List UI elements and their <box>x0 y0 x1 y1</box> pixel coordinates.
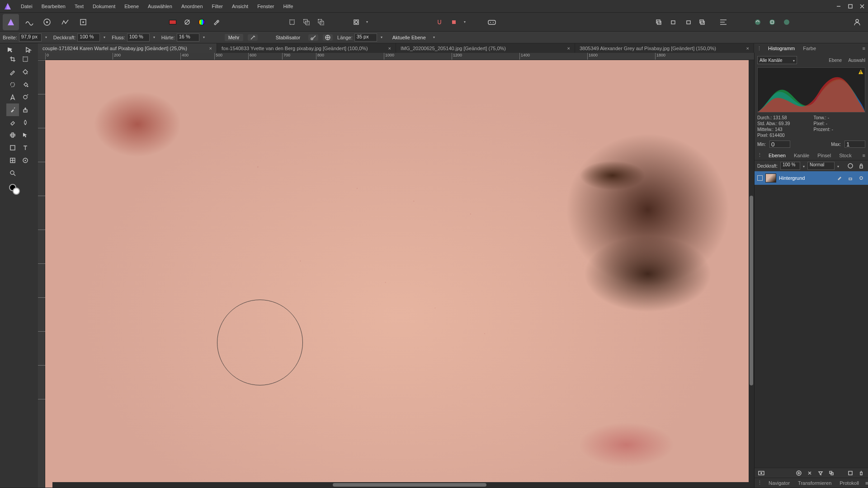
arrange-back[interactable] <box>653 16 665 28</box>
canvas[interactable] <box>45 60 754 488</box>
layer-lock-icon[interactable] <box>846 174 854 182</box>
fill-tool[interactable] <box>19 78 32 91</box>
wet-edges-icon[interactable] <box>248 34 258 41</box>
zoom-tool[interactable] <box>6 167 19 179</box>
add-group-btn[interactable] <box>827 469 835 477</box>
snap-drop[interactable] <box>462 18 467 26</box>
channel-select[interactable]: Alle Kanäle <box>757 56 797 64</box>
tab-kanaele[interactable]: Kanäle <box>792 153 811 158</box>
menu-auswaehlen[interactable]: Auswählen <box>143 0 177 13</box>
persona-develop[interactable] <box>39 14 55 30</box>
delete-layer-btn[interactable] <box>857 469 865 477</box>
scope-ebene[interactable]: Ebene <box>829 58 842 63</box>
min-input[interactable] <box>769 141 790 148</box>
arrange-front[interactable] <box>696 16 709 28</box>
tab-ebenen[interactable]: Ebenen <box>767 153 788 158</box>
flow-input[interactable]: 100 % <box>127 33 150 42</box>
more-button[interactable]: Mehr <box>225 34 243 41</box>
panel-menu-icon[interactable]: ≡ <box>863 153 865 158</box>
sync-a[interactable] <box>751 16 764 28</box>
menu-ebene[interactable]: Ebene <box>120 0 143 13</box>
layer-opacity-drop[interactable] <box>803 164 805 169</box>
menu-hilfe[interactable]: Hilfe <box>278 0 297 13</box>
menu-dokument[interactable]: Dokument <box>88 0 120 13</box>
clone-tool[interactable] <box>19 103 32 116</box>
close-icon[interactable]: × <box>743 46 749 51</box>
scrollbar-vertical[interactable] <box>749 60 754 482</box>
select-new[interactable] <box>286 16 298 28</box>
hardness-drop[interactable] <box>201 33 207 42</box>
max-input[interactable] <box>844 141 865 148</box>
stabilizer-mode-rope[interactable] <box>308 34 318 41</box>
scope-auswahl[interactable]: Auswahl <box>848 58 865 63</box>
quickmask-drop[interactable] <box>364 18 370 26</box>
freehand-select-tool[interactable] <box>6 78 19 91</box>
stabilizer-button[interactable]: Stabilisator <box>272 34 304 41</box>
select-subtract[interactable] <box>315 16 327 28</box>
add-adjustment-btn[interactable] <box>795 469 803 477</box>
persona-tone-mapping[interactable] <box>57 14 73 30</box>
arrange-backward[interactable] <box>667 16 680 28</box>
window-close[interactable] <box>856 0 868 13</box>
tab-pinsel[interactable]: Pinsel <box>816 153 833 158</box>
panel-menu-icon[interactable]: ≡ <box>863 46 865 51</box>
flow-drop[interactable] <box>151 33 157 42</box>
menu-bearbeiten[interactable]: Bearbeiten <box>37 0 70 13</box>
layer-visibility[interactable] <box>757 175 763 181</box>
doc-tab-2[interactable]: IMG_20200625_205140.jpg [Geändert] (75,0… <box>396 43 575 53</box>
stabilizer-mode-window[interactable] <box>323 34 333 41</box>
window-minimize[interactable] <box>833 0 844 13</box>
add-live-filter-btn[interactable] <box>816 469 825 477</box>
tab-stock[interactable]: Stock <box>837 153 854 158</box>
assistant-icon[interactable] <box>486 16 498 28</box>
node-tool[interactable] <box>19 129 32 141</box>
mesh-tool[interactable] <box>6 154 19 167</box>
close-icon[interactable]: × <box>385 46 391 51</box>
tab-histogramm[interactable]: Histogramm <box>766 46 797 51</box>
healing-tool[interactable] <box>6 129 19 141</box>
panel-menu-icon[interactable]: ≡ <box>865 480 868 486</box>
opacity-input[interactable]: 100 % <box>77 33 100 42</box>
doc-tab-3[interactable]: 3805349 Alexander Grey auf Pixabay.jpg [… <box>575 43 754 53</box>
layer-name[interactable]: Hintergrund <box>779 175 833 181</box>
text-tool[interactable] <box>19 141 32 154</box>
pen-tool[interactable] <box>6 91 19 103</box>
marquee-tool[interactable] <box>19 53 32 66</box>
smudge-tool[interactable] <box>19 116 32 129</box>
tab-navigator[interactable]: Navigator <box>767 480 792 486</box>
layer-vis-icon[interactable] <box>857 174 865 182</box>
layer-opacity-input[interactable]: 100 % <box>780 162 800 170</box>
length-input[interactable]: 35 px <box>354 33 377 42</box>
sync-c[interactable] <box>780 16 793 28</box>
length-drop[interactable] <box>379 33 384 42</box>
sync-b[interactable] <box>766 16 778 28</box>
color-picker-tool[interactable] <box>19 154 32 167</box>
fx-icon[interactable] <box>846 162 854 170</box>
tab-transformieren[interactable]: Transformieren <box>796 480 833 486</box>
crop-tool[interactable] <box>6 53 19 66</box>
select-add[interactable] <box>300 16 313 28</box>
blend-mode-select[interactable]: Normal <box>807 162 835 170</box>
eraser-tool[interactable] <box>6 116 19 129</box>
persona-photo[interactable] <box>3 14 19 30</box>
shape-tool[interactable] <box>6 141 19 154</box>
menu-fenster[interactable]: Fenster <box>253 0 278 13</box>
paintbrush-tool[interactable] <box>6 66 19 78</box>
add-fx-btn[interactable] <box>806 469 814 477</box>
flood-select-tool[interactable] <box>19 66 32 78</box>
layer-item[interactable]: Hintergrund <box>755 171 868 185</box>
tab-farbe[interactable]: Farbe <box>801 46 818 51</box>
close-icon[interactable]: × <box>206 46 212 51</box>
persona-liquify[interactable] <box>21 14 37 30</box>
current-layer-button[interactable]: Aktuelle Ebene <box>389 34 429 41</box>
menu-filter[interactable]: Filter <box>208 0 227 13</box>
menu-text[interactable]: Text <box>70 0 88 13</box>
arrange-forward[interactable] <box>682 16 694 28</box>
dodge-tool[interactable] <box>19 91 32 103</box>
color-format[interactable] <box>166 16 179 28</box>
snap-options[interactable] <box>448 16 460 28</box>
blend-mode-drop[interactable] <box>837 164 839 169</box>
tab-protokoll[interactable]: Protokoll <box>838 480 861 486</box>
align-menu[interactable] <box>717 16 730 28</box>
color-swatches[interactable] <box>6 183 23 199</box>
